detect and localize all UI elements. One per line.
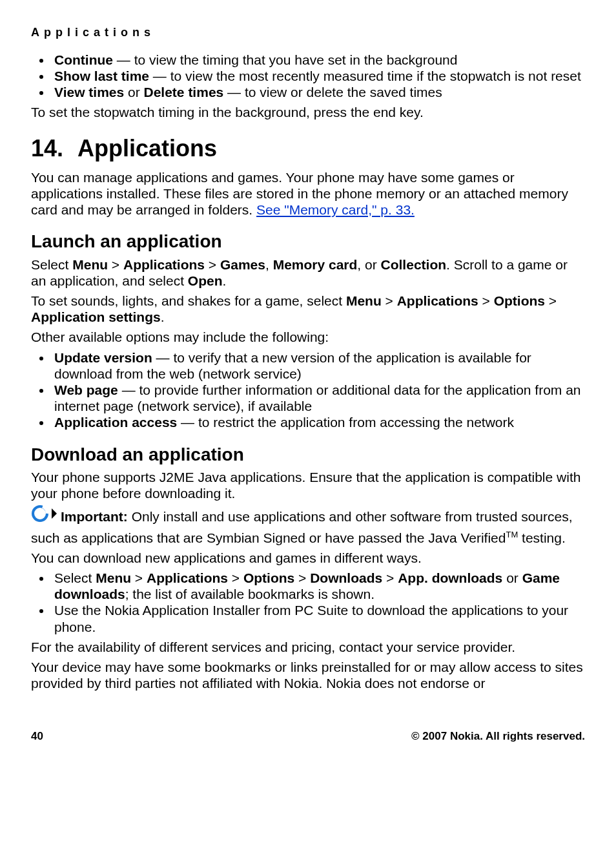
list-item: View times or Delete times — to view or … (52, 84, 585, 100)
option-name: Continue (54, 52, 113, 67)
option-desc: — to provide further information or addi… (54, 382, 581, 413)
menu-path-item: Games (220, 257, 265, 272)
body-text: Your phone supports J2ME Java applicatio… (31, 469, 585, 501)
subsection-heading: Launch an application (31, 231, 585, 253)
option-name: Show last time (54, 68, 149, 83)
section-heading: 14.Applications (31, 134, 585, 162)
list-item: Update version — to verify that a new ve… (52, 349, 585, 382)
stopwatch-options-list: Continue — to view the timing that you h… (31, 52, 585, 101)
option-name: Application access (54, 415, 177, 430)
option-desc: — to restrict the application from acces… (177, 415, 514, 430)
body-text: Select Menu > Applications > Games, Memo… (31, 256, 585, 289)
option-desc: — to view the most recently measured tim… (149, 68, 581, 83)
list-item: Web page — to provide further informatio… (52, 382, 585, 414)
section-number: 14. (31, 134, 77, 162)
page-header: Applications (31, 26, 585, 40)
important-icon (31, 505, 59, 528)
menu-path-item: Menu (96, 570, 131, 585)
subsection-heading: Download an application (31, 444, 585, 466)
list-item: Continue — to view the timing that you h… (52, 52, 585, 68)
menu-path-item: Applications (123, 257, 205, 272)
menu-path-item: Menu (72, 257, 108, 272)
launch-options-list: Update version — to verify that a new ve… (31, 349, 585, 431)
menu-path-item: Collection (381, 257, 447, 272)
cross-reference-link[interactable]: See "Memory card," p. 33. (256, 202, 415, 217)
copyright-text: © 2007 Nokia. All rights reserved. (411, 730, 585, 743)
important-label: Important: (61, 509, 128, 524)
list-item: Use the Nokia Application Installer from… (52, 602, 585, 634)
menu-path-item: Applications (147, 570, 228, 585)
body-text: You can manage applications and games. Y… (31, 169, 585, 218)
page-number: 40 (31, 730, 43, 743)
menu-path-item: Options (494, 293, 545, 308)
menu-path-item: Menu (346, 293, 382, 308)
body-text: To set the stopwatch timing in the backg… (31, 104, 585, 120)
download-methods-list: Select Menu > Applications > Options > D… (31, 570, 585, 635)
option-desc: — to view or delete the saved times (223, 85, 442, 99)
menu-path-item: Open (188, 273, 223, 288)
option-name: Delete times (144, 85, 224, 99)
list-item: Select Menu > Applications > Options > D… (52, 570, 585, 602)
option-desc: — to view the timing that you have set i… (113, 52, 457, 67)
section-title: Applications (77, 135, 217, 161)
page-footer: 40 © 2007 Nokia. All rights reserved. (31, 730, 585, 743)
body-text: To set sounds, lights, and shakes for a … (31, 293, 585, 325)
list-item: Application access — to restrict the app… (52, 414, 585, 430)
menu-path-item: Application settings (31, 309, 161, 324)
menu-path-item: Options (243, 570, 294, 585)
important-note: Important: Only install and use applicat… (31, 506, 585, 546)
option-name: View times (54, 85, 124, 99)
body-text: Other available options may include the … (31, 329, 585, 345)
menu-path-item: Downloads (310, 570, 382, 585)
menu-path-item: Memory card (273, 257, 358, 272)
body-text: Your device may have some bookmarks or l… (31, 659, 585, 691)
option-name: Web page (54, 382, 118, 397)
menu-path-item: App. downloads (398, 570, 502, 585)
trademark-symbol: TM (506, 530, 518, 539)
body-text: For the availability of different servic… (31, 639, 585, 655)
menu-path-item: Applications (397, 293, 478, 308)
body-text: You can download new applications and ga… (31, 550, 585, 566)
list-item: Show last time — to view the most recent… (52, 68, 585, 84)
option-name: Update version (54, 350, 152, 365)
